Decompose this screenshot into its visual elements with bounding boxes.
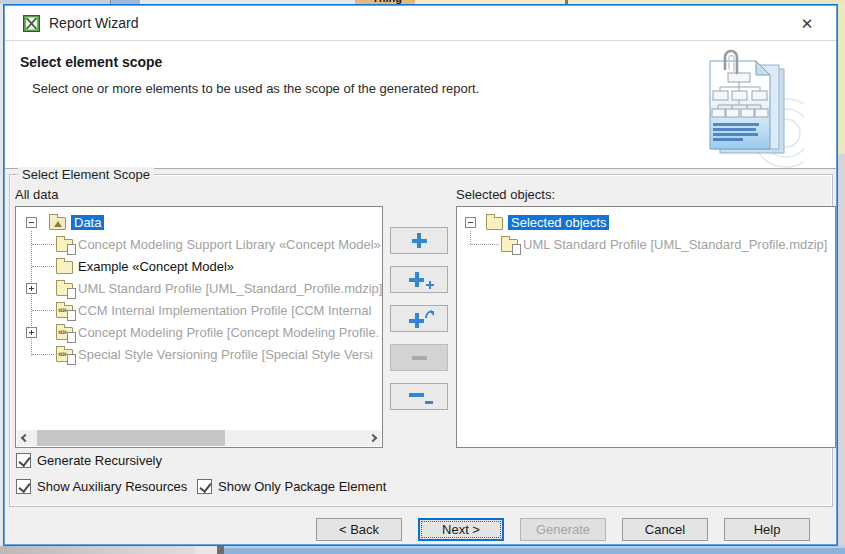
back-button[interactable]: < Back: [316, 518, 402, 541]
tree-item-label[interactable]: UML Standard Profile [UML_Standard_Profi…: [523, 237, 827, 252]
report-wizard-icon: [23, 15, 40, 32]
package-icon: [56, 261, 73, 274]
tree-row-selected-objects: Selected objects: [457, 211, 835, 233]
expand-expander-icon[interactable]: [26, 283, 37, 294]
package-page-icon: [56, 283, 73, 296]
add-all-button[interactable]: [390, 266, 448, 293]
show-auxiliary-resources-checkbox[interactable]: Show Auxiliary Resources: [16, 479, 187, 494]
checkbox-checked-icon[interactable]: [16, 479, 31, 494]
all-data-label: All data: [15, 187, 58, 202]
tree-item-label[interactable]: CCM Internal Implementation Profile [CCM…: [78, 303, 371, 318]
tree-connector-stub: [32, 310, 54, 311]
checkbox-label: Generate Recursively: [37, 453, 162, 468]
next-button[interactable]: Next >: [418, 518, 504, 541]
remove-all-button[interactable]: [390, 383, 448, 410]
tree-row: «» CCM Internal Implementation Profile […: [16, 299, 382, 321]
tree-item-label[interactable]: Data: [71, 215, 104, 230]
model-icon: [49, 217, 66, 230]
plus-plus-icon: [409, 272, 424, 287]
tree-item-label[interactable]: Concept Modeling Support Library «Concep…: [78, 237, 381, 252]
remove-button: [390, 344, 448, 371]
plus-icon: [412, 233, 427, 248]
expand-expander-icon[interactable]: [26, 327, 37, 338]
background-app-right-sliver: [838, 4, 845, 546]
tree-row: «» Concept Modeling Profile [Concept Mod…: [16, 321, 382, 343]
checkbox-label: Show Auxiliary Resources: [37, 479, 187, 494]
add-recursively-button[interactable]: [390, 305, 448, 332]
page-subtitle: Select one or more elements to be used a…: [32, 81, 479, 96]
profile-icon: «»: [56, 327, 73, 340]
add-button[interactable]: [390, 227, 448, 254]
tree-row-data: Data: [16, 211, 382, 233]
generate-button: Generate: [520, 518, 606, 541]
cancel-button[interactable]: Cancel: [622, 518, 708, 541]
group-label: Select Element Scope: [18, 167, 154, 182]
page-title: Select element scope: [20, 54, 162, 70]
wizard-header: Select element scope Select one or more …: [5, 41, 836, 169]
report-documents-illustration: [698, 47, 804, 169]
scrollbar-thumb[interactable]: [37, 430, 225, 446]
tree-row: UML Standard Profile [UML_Standard_Profi…: [457, 233, 835, 255]
report-wizard-dialog: Report Wizard ✕ Select element scope Sel…: [3, 4, 838, 546]
tree-item-label[interactable]: Selected objects: [508, 215, 609, 230]
tree-connector-stub: [32, 244, 54, 245]
tree-connector-stub: [32, 266, 54, 267]
minus-icon: [412, 356, 427, 360]
tree-item-label[interactable]: Concept Modeling Profile [Concept Modeli…: [78, 325, 379, 340]
checkbox-checked-icon[interactable]: [16, 453, 31, 468]
selected-objects-label: Selected objects:: [456, 187, 555, 202]
all-data-tree: Data Concept Modeling Support Library «C…: [15, 206, 383, 448]
close-icon[interactable]: ✕: [793, 13, 821, 35]
checkbox-checked-icon[interactable]: [197, 479, 212, 494]
tree-row: UML Standard Profile [UML_Standard_Profi…: [16, 277, 382, 299]
collapse-expander-icon[interactable]: [465, 217, 476, 228]
tree-row: Example «Concept Model»: [16, 255, 382, 277]
scroll-left-icon[interactable]: [21, 434, 29, 442]
horizontal-scrollbar[interactable]: [17, 430, 381, 446]
plus-recursive-icon: [409, 313, 424, 328]
tree-item-label[interactable]: Special Style Versioning Profile [Specia…: [78, 347, 373, 362]
profile-icon: «»: [56, 349, 73, 362]
tree-row: Concept Modeling Support Library «Concep…: [16, 233, 382, 255]
help-button[interactable]: Help: [724, 518, 810, 541]
scroll-right-icon[interactable]: [369, 434, 377, 442]
generate-recursively-checkbox[interactable]: Generate Recursively: [16, 453, 162, 468]
tree-item-label[interactable]: Example «Concept Model»: [78, 259, 234, 274]
selected-objects-tree: Selected objects UML Standard Profile [U…: [456, 206, 836, 448]
collapse-expander-icon[interactable]: [26, 217, 37, 228]
dialog-title: Report Wizard: [49, 15, 138, 31]
package-page-icon: [56, 239, 73, 252]
show-only-package-element-checkbox[interactable]: Show Only Package Element: [197, 479, 386, 494]
package-page-icon: [501, 239, 518, 252]
tree-row: «» Special Style Versioning Profile [Spe…: [16, 343, 382, 365]
dialog-titlebar[interactable]: Report Wizard ✕: [5, 6, 836, 41]
tree-item-label[interactable]: UML Standard Profile [UML_Standard_Profi…: [78, 281, 382, 296]
checkbox-label: Show Only Package Element: [218, 479, 386, 494]
profile-icon: «»: [56, 305, 73, 318]
minus-minus-icon: [409, 393, 424, 397]
tree-connector-stub: [471, 244, 499, 245]
background-app-bottom-sliver: [0, 546, 845, 554]
package-icon: [486, 217, 503, 230]
tree-connector-stub: [32, 354, 54, 355]
